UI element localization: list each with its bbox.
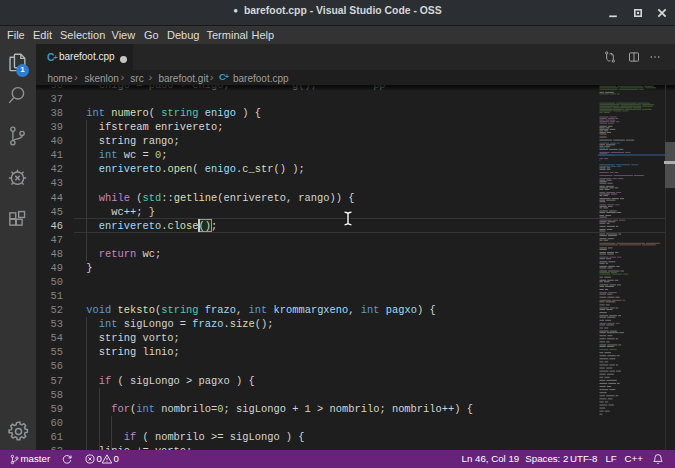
svg-text:+: + xyxy=(225,74,229,81)
svg-text:+: + xyxy=(53,53,58,62)
